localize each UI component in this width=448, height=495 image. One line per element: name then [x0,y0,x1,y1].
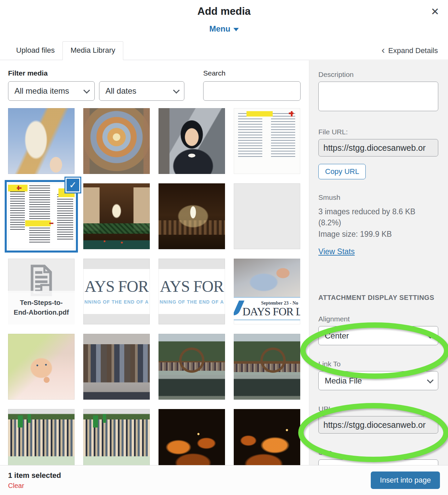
media-item-pdf-document-image: Ten-Steps-to-End-Abortion.pdf [8,259,75,324]
media-item-nun-portrait-image [159,108,225,174]
media-item-park-gathering-2[interactable] [234,334,300,400]
search-group: Search [203,69,301,101]
media-item-candlelight-vigil-image [159,409,225,465]
media-item-church-doorway-image [234,183,300,249]
chevron-down-icon [83,87,90,94]
media-item-days-for-life-banner[interactable]: AYS FORNNING OF THE END OF A [83,259,150,324]
media-item-candlelight-vigil[interactable] [159,409,225,465]
media-item-angel-painting-image [8,108,75,174]
flyer-date-text: September 23 - No [261,301,298,306]
attachment-details-sidebar: Description File URL: Copy URL Smush 3 i… [309,60,448,465]
chevron-down-icon [233,28,239,31]
url-label: URL [318,405,438,413]
media-item-liturgy-page[interactable] [234,108,300,174]
media-item-angel-painting[interactable] [8,108,75,174]
modal-footer: 1 item selected Clear Insert into page [0,465,448,495]
description-textarea[interactable] [318,82,438,111]
media-item-church-doorway[interactable] [234,183,300,249]
date-filter[interactable]: All dates [99,81,184,101]
media-item-pdf-document[interactable]: Ten-Steps-to-End-Abortion.pdf [8,259,75,324]
media-item-worship-aid-selected-image [8,183,75,249]
media-type-filter[interactable]: All media items [8,81,95,101]
banner-headline-text: AYS FOR [160,278,224,295]
chevron-left-icon: ‹ [382,47,385,53]
media-grid: ✓Ten-Steps-to-End-Abortion.pdfAYS FORNNI… [8,108,301,465]
url-input[interactable] [318,416,438,434]
media-tabbar: Upload files Media Library ‹ Expand Deta… [0,42,448,60]
banner-subtitle-text: NNING OF THE END OF A [160,299,224,305]
copy-url-button[interactable]: Copy URL [318,164,366,179]
media-item-park-gathering-2-image [234,334,300,400]
clear-selection-link[interactable]: Clear [8,482,24,490]
expand-details-label: Expand Details [388,46,438,55]
media-item-group-photo[interactable] [83,334,150,400]
search-label: Search [203,69,301,77]
view-stats-link[interactable]: View Stats [318,247,355,256]
flyer-title-band: September 23 - NoDAYS FOR LI [234,297,300,321]
size-label: Size [318,448,438,456]
filter-toolbar: Filter media All media items All dates S [0,60,309,101]
modal-body: Filter media All media items All dates S [0,60,448,465]
media-item-church-mass[interactable] [159,183,225,249]
media-item-days-for-life-flyer[interactable]: September 23 - NoDAYS FOR LI [234,259,300,324]
expand-details-link[interactable]: ‹ Expand Details [382,46,438,55]
alignment-label: Alignment [318,315,438,323]
media-item-nun-portrait[interactable] [159,108,225,174]
selected-check-icon: ✓ [65,178,80,192]
media-item-baby-photo[interactable] [8,334,75,400]
media-item-candlelight-vigil-2[interactable] [234,409,300,465]
smush-label: Smush [318,193,438,201]
banner-subtitle-text: NNING OF THE END OF A [84,299,149,305]
media-type-value: All media items [14,86,69,96]
link-to-select[interactable]: Media File [318,371,438,390]
page-title: Add media [0,0,448,17]
filter-group: Filter media All media items All dates [8,69,184,101]
tab-media-library[interactable]: Media Library [62,41,123,60]
search-input[interactable] [203,81,301,101]
link-to-value: Media File [325,376,362,386]
media-item-park-gathering[interactable] [159,334,225,400]
tab-upload-files[interactable]: Upload files [8,42,62,60]
media-item-mosaic-artwork-image [83,108,150,174]
media-item-school-children-2[interactable] [83,409,150,465]
link-to-label: Link To [318,360,438,368]
media-item-school-children[interactable] [8,409,75,465]
media-item-days-for-life-banner-2[interactable]: AYS FORNNING OF THE END OF A [159,259,225,324]
file-url-input[interactable] [318,139,438,156]
modal-header: Add media ✕ Menu [0,0,448,42]
media-item-church-sanctuary[interactable] [83,183,150,249]
media-item-mosaic-artwork[interactable] [83,108,150,174]
pdf-filename-caption: Ten-Steps-to-End-Abortion.pdf [8,291,75,324]
date-filter-value: All dates [105,86,136,96]
file-url-label: File URL: [318,128,438,136]
alignment-value: Center [325,331,349,341]
filter-media-label: Filter media [8,69,184,77]
flyer-title-text: DAYS FOR LI [242,306,300,318]
alignment-select[interactable]: Center [318,326,438,345]
close-icon[interactable]: ✕ [430,5,441,18]
media-item-group-photo-image [83,334,150,400]
selection-status: 1 item selected [8,471,61,480]
menu-toggle[interactable]: Menu [0,24,448,34]
flyer-baby-photo [234,259,300,297]
size-select[interactable]: Medium – 300 × 207 [318,459,438,465]
media-item-church-sanctuary-image [83,183,150,249]
smush-stats: 3 images reduced by 8.6 KB (8.2%) Image … [318,206,438,240]
description-label: Description [318,71,438,79]
media-item-days-for-life-banner-2-image: AYS FORNNING OF THE END OF A [159,259,225,324]
selection-info: 1 item selected Clear [8,471,61,490]
smush-reduction-text: 3 images reduced by 8.6 KB (8.2%) [318,206,438,229]
insert-into-page-button[interactable]: Insert into page [371,471,440,489]
chevron-down-icon [173,87,180,94]
chevron-down-icon [427,332,434,339]
media-item-school-children-image [8,409,75,465]
chevron-down-icon [427,377,434,384]
media-item-days-for-life-banner-image: AYS FORNNING OF THE END OF A [83,259,150,324]
media-item-worship-aid-selected[interactable]: ✓ [8,183,75,249]
smush-size-text: Image size: 199.9 KB [318,229,438,240]
media-item-days-for-life-flyer-image: September 23 - NoDAYS FOR LI [234,259,300,324]
attachment-display-settings-heading: ATTACHMENT DISPLAY SETTINGS [318,294,438,302]
menu-label: Menu [209,24,230,34]
banner-headline-text: AYS FOR [85,278,148,295]
media-item-liturgy-page-image [234,108,300,174]
